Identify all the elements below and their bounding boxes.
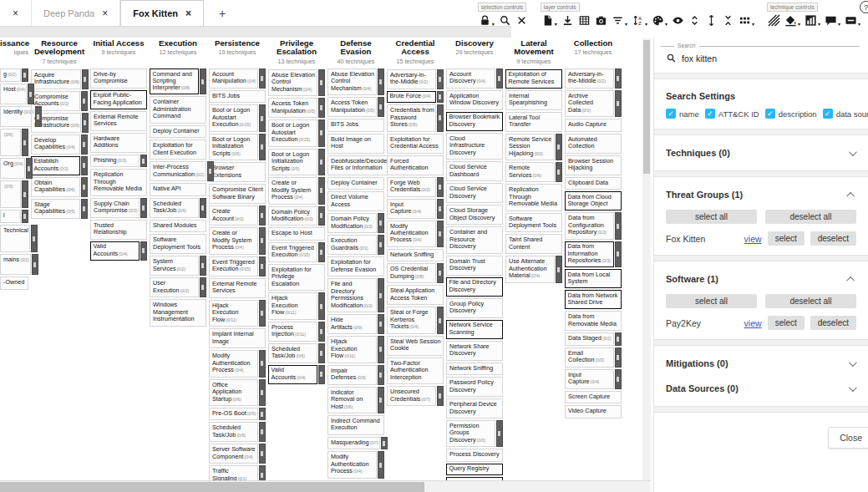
technique-cell[interactable]: Input Capture(0/4): [565, 369, 622, 389]
technique-cell[interactable]: External Remote Services: [209, 278, 266, 298]
view-link[interactable]: view: [744, 234, 762, 244]
technique-cell[interactable]: Execution Guardrails(0/1): [327, 235, 384, 255]
technique-cell[interactable]: User Execution(0/2): [150, 277, 206, 297]
technique-cell[interactable]: Create or Modify System Process(0/4): [209, 227, 266, 254]
subtechniques-handle[interactable]: [259, 104, 266, 131]
subtechniques-handle[interactable]: [496, 420, 503, 447]
technique-cell[interactable]: Windows Management Instrumentation: [150, 299, 206, 326]
technique-cell[interactable]: Cloud Service Dashboard: [446, 161, 503, 181]
technique-cell[interactable]: Input Capture(0/4): [387, 199, 444, 219]
technique-cell[interactable]: Data from Network Shared Drive: [565, 290, 622, 309]
technique-cell[interactable]: Exploitation for Privilege Escalation: [268, 264, 325, 291]
paint-bucket-icon[interactable]: ▾: [784, 13, 801, 28]
subtechniques-handle[interactable]: [378, 365, 384, 385]
technique-cell[interactable]: Replication Through Removable Media: [90, 169, 147, 195]
technique-cell[interactable]: Shared Modules: [150, 220, 206, 232]
subtechniques-handle[interactable]: [318, 206, 325, 226]
technique-cell[interactable]: OS Credential Dumping(0/8): [387, 263, 444, 283]
technique-cell[interactable]: Hijack Execution Flow(0/11): [209, 300, 266, 327]
technique-cell[interactable]: Org(0/4): [0, 158, 28, 179]
chevron-down-icon[interactable]: [849, 148, 857, 156]
export-file-icon[interactable]: ▾: [541, 13, 558, 28]
subtechniques-handle[interactable]: [378, 97, 384, 117]
subtechniques-handle[interactable]: [22, 180, 28, 208]
subtechniques-handle[interactable]: [200, 256, 206, 276]
subtechniques-handle[interactable]: [318, 149, 325, 175]
subtechniques-handle[interactable]: [615, 369, 622, 389]
technique-cell[interactable]: Abuse Elevation Control Mechanism(0/4): [268, 69, 325, 96]
technique-cell[interactable]: Boot or Logon Autostart Execution(0/15): [209, 104, 266, 131]
technique-cell[interactable]: Exploitation of Remote Services: [505, 69, 562, 89]
scrollbar-thumb[interactable]: [643, 40, 650, 174]
technique-cell[interactable]: Deploy Container: [150, 125, 206, 138]
subtechniques-handle[interactable]: [259, 205, 266, 226]
checkbox-data-sources[interactable]: ✓data sources: [823, 109, 868, 119]
technique-cell[interactable]: Domain Trust Discovery: [446, 256, 503, 276]
subtechniques-handle[interactable]: [378, 314, 384, 334]
select-all-button[interactable]: select all: [666, 294, 757, 308]
technique-cell[interactable]: Process Discovery: [446, 449, 503, 461]
subtechniques-handle[interactable]: [318, 292, 325, 319]
technique-cell[interactable]: Clipboard Data: [565, 177, 622, 190]
technique-cell[interactable]: Domain Policy Modification(0/2): [268, 206, 325, 226]
subtechniques-handle[interactable]: [615, 90, 622, 117]
technique-cell[interactable]: Exploitation for Credential Access: [387, 134, 444, 154]
technique-cell[interactable]: Network Service Scanning: [446, 320, 503, 339]
technique-cell[interactable]: Boot or Logon Initialization Scripts(0/5…: [268, 149, 325, 175]
technique-cell[interactable]: Data from Cloud Storage Object: [565, 191, 622, 210]
view-link[interactable]: view: [744, 318, 762, 328]
chevron-up-icon[interactable]: [846, 276, 855, 284]
technique-cell[interactable]: Brute Force(0/4): [387, 91, 444, 103]
tactic-header[interactable]: Execution12 techniques: [150, 39, 206, 64]
technique-cell[interactable]: Group Policy Discovery: [446, 298, 503, 318]
subtechniques-handle[interactable]: [437, 199, 444, 219]
subtechniques-handle[interactable]: [378, 451, 384, 478]
technique-cell[interactable]: Identity(0/3): [0, 106, 28, 127]
technique-cell[interactable]: Software Deployment Tools: [150, 234, 206, 254]
technique-cell[interactable]: Direct Volume Access: [327, 191, 384, 211]
technique-cell[interactable]: Acquire Infrastructure(0/6): [31, 69, 88, 89]
subtechniques-handle[interactable]: [318, 69, 325, 96]
subtechniques-handle[interactable]: [378, 336, 384, 363]
subtechniques-handle[interactable]: [200, 277, 206, 297]
technique-cell[interactable]: Video Capture: [565, 405, 622, 418]
subtechniques-handle[interactable]: [259, 379, 266, 406]
tactic-header[interactable]: Persistence19 techniques: [209, 39, 266, 64]
technique-cell[interactable]: Process Injection(0/11): [268, 322, 325, 342]
technique-cell[interactable]: Password Policy Discovery: [446, 377, 503, 397]
sort-icon[interactable]: AZ▾: [631, 13, 648, 28]
technique-cell[interactable]: Browser Extensions: [209, 162, 266, 182]
technique-cell[interactable]: Application Window Discovery: [446, 90, 503, 110]
technique-cell[interactable]: (0/6): [0, 129, 28, 156]
technique-cell[interactable]: Modify Authentication Process(0/4): [327, 451, 384, 478]
matrix-horizontal-scrollbar[interactable]: [0, 480, 651, 492]
technique-cell[interactable]: Network Sniffing: [446, 363, 503, 375]
subtechniques-handle[interactable]: [318, 365, 325, 384]
technique-cell[interactable]: Hide Artifacts(0/9): [327, 314, 384, 334]
new-tab-button[interactable]: +: [204, 0, 241, 26]
technique-cell[interactable]: Data from Configuration Repository(0/2): [565, 212, 622, 239]
technique-cell[interactable]: Unsecured Credentials(0/7): [387, 386, 444, 406]
technique-cell[interactable]: l: [0, 210, 28, 223]
technique-cell[interactable]: Steal Application Access Token: [387, 285, 444, 305]
technique-cell[interactable]: Hijack Execution Flow(0/11): [327, 336, 384, 363]
technique-cell[interactable]: Data from Removable Media: [565, 311, 622, 331]
technique-cell[interactable]: Internal Spearphishing: [505, 90, 562, 110]
technique-cell[interactable]: Masquerading(0/7): [327, 437, 384, 449]
subtechniques-handle[interactable]: [259, 465, 266, 480]
subtechniques-handle[interactable]: [26, 158, 33, 179]
technique-cell[interactable]: Cloud Service Discovery: [446, 183, 503, 203]
subtechniques-handle[interactable]: [259, 256, 266, 276]
technique-cell[interactable]: Permission Groups Discovery(0/3): [446, 420, 503, 447]
technique-cell[interactable]: Container and Resource Discovery: [446, 226, 503, 253]
technique-cell[interactable]: Inter-Process Communication(0/2): [150, 161, 206, 181]
technique-cell[interactable]: Impair Defenses(0/9): [327, 365, 384, 385]
technique-cell[interactable]: Indirect Command Execution: [327, 415, 384, 435]
hatch-pattern-icon[interactable]: [767, 13, 781, 28]
subtechniques-handle[interactable]: [140, 198, 147, 218]
visibility-icon[interactable]: [671, 13, 685, 28]
subtechniques-handle[interactable]: [81, 134, 88, 155]
subtechniques-handle[interactable]: [28, 84, 34, 104]
technique-cell[interactable]: Event Triggered Execution(0/15): [209, 256, 266, 276]
technique-cell[interactable]: Access Token Manipulation(0/5): [268, 98, 325, 118]
